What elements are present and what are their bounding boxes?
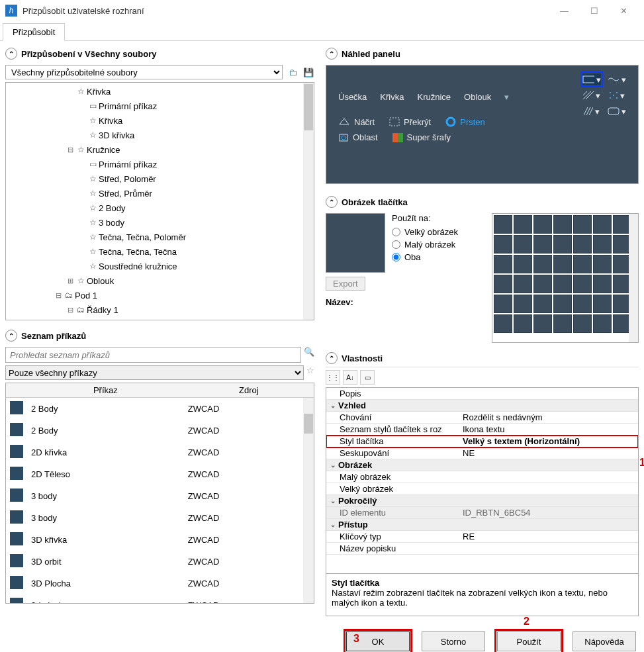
collapse-icon[interactable]: ⌃	[326, 196, 338, 208]
maximize-button[interactable]: ☐	[579, 1, 609, 21]
command-row[interactable]: 3D křivkaZWCAD	[6, 529, 314, 551]
minimize-button[interactable]: —	[549, 1, 579, 21]
ribbon-super-srafy[interactable]: Super šrafy	[392, 132, 451, 142]
radio-both[interactable]: Oba	[392, 251, 458, 263]
tree-node[interactable]: ☆Soustředné kružnice	[6, 259, 314, 273]
icon-cell[interactable]	[494, 235, 512, 254]
command-row[interactable]: 3d plochyZWCAD	[6, 594, 314, 604]
icon-cell[interactable]	[553, 314, 572, 333]
prop-sort-icon[interactable]: ▭	[360, 370, 375, 385]
icon-cell[interactable]	[573, 215, 592, 234]
command-row[interactable]: 3D orbitZWCAD	[6, 551, 314, 573]
icon-cell[interactable]	[514, 255, 532, 273]
ribbon-tab-kruznice[interactable]: Kružnice	[417, 92, 451, 102]
tree-node[interactable]: ☆Střed, Poloměr	[6, 171, 314, 186]
close-button[interactable]: ✕	[609, 1, 639, 21]
icon-cell[interactable]	[573, 255, 592, 273]
open-folder-icon[interactable]: 🗀	[287, 66, 299, 78]
icon-cell[interactable]	[593, 235, 612, 254]
icon-cell[interactable]	[514, 235, 532, 254]
ribbon-prekryt[interactable]: Překrýt	[389, 117, 431, 127]
icon-cell[interactable]	[533, 314, 552, 333]
command-row[interactable]: 3 bodyZWCAD	[6, 485, 314, 507]
collapse-icon[interactable]: ⌃	[5, 330, 17, 342]
tree-node[interactable]: ☆Křivka	[6, 113, 314, 128]
star-icon[interactable]: ☆	[306, 365, 314, 380]
icon-cell[interactable]	[573, 295, 592, 313]
collapse-icon[interactable]: ⌃	[326, 352, 338, 364]
ribbon-nacrt[interactable]: Náčrt	[338, 117, 375, 127]
icon-cell[interactable]	[533, 295, 552, 313]
icon-palette[interactable]	[492, 213, 639, 343]
ribbon-oblast[interactable]: Oblast	[338, 132, 378, 142]
tree-node[interactable]: ⊟🗂Řádky 1	[6, 303, 314, 317]
icon-cell[interactable]	[494, 275, 512, 293]
icon-cell[interactable]	[494, 314, 512, 333]
search-icon[interactable]: 🔍	[304, 347, 314, 363]
tree-node[interactable]: ▭Primární příkaz	[6, 99, 314, 113]
command-row[interactable]: 3D PlochaZWCAD	[6, 573, 314, 594]
icon-cell[interactable]	[514, 295, 532, 313]
cmdlist-scrollbar[interactable]	[303, 398, 314, 603]
icon-cell[interactable]	[593, 295, 612, 313]
ribbon-tab-oblouk[interactable]: Oblouk	[464, 92, 491, 102]
prop-categorized-icon[interactable]: ⋮⋮	[326, 370, 340, 385]
icon-cell[interactable]	[593, 275, 612, 293]
icon-cell[interactable]	[514, 215, 532, 234]
icon-cell[interactable]	[494, 255, 512, 273]
icon-cell[interactable]	[553, 235, 572, 254]
ribbon-wave-icon[interactable]: ▾	[608, 73, 626, 85]
icon-cell[interactable]	[514, 314, 532, 333]
col-source[interactable]: Zdroj	[184, 383, 314, 398]
icon-cell[interactable]	[514, 275, 532, 293]
icon-cell[interactable]	[553, 255, 572, 273]
tree-scrollbar[interactable]	[303, 83, 314, 320]
command-table[interactable]: Příkaz Zdroj 2 BodyZWCAD2 BodyZWCAD2D kř…	[6, 383, 314, 604]
icon-cell[interactable]	[494, 215, 512, 234]
prop-alpha-icon[interactable]: A↓	[343, 370, 357, 385]
ribbon-tab-usecka[interactable]: Úsečka	[338, 92, 367, 102]
tree-node[interactable]: ⊞☆Obdélník	[6, 317, 314, 320]
command-search-input[interactable]	[5, 347, 301, 363]
icon-cell[interactable]	[593, 215, 612, 234]
tree-node[interactable]: ☆3D křivka	[6, 128, 314, 142]
icon-cell[interactable]	[553, 295, 572, 313]
icon-cell[interactable]	[573, 314, 592, 333]
icon-cell[interactable]	[553, 275, 572, 293]
icon-cell[interactable]	[533, 275, 552, 293]
collapse-icon[interactable]: ⌃	[326, 48, 338, 60]
radio-small-image[interactable]: Malý obrázek	[392, 238, 458, 251]
icon-cell[interactable]	[553, 215, 572, 234]
ribbon-rect-icon[interactable]: ▾	[582, 73, 601, 85]
icon-cell[interactable]	[533, 255, 552, 273]
icon-palette-scrollbar[interactable]	[629, 214, 638, 342]
ribbon-tab-krivka[interactable]: Křivka	[380, 92, 404, 102]
command-row[interactable]: 2 BodyZWCAD	[6, 398, 314, 420]
command-row[interactable]: 2D křivkaZWCAD	[6, 442, 314, 463]
properties-grid[interactable]: Popis ⌄Vzhled ChováníRozdělit s nedávným…	[326, 387, 639, 574]
ribbon-dots-icon[interactable]: ▾	[608, 89, 626, 101]
icon-cell[interactable]	[593, 314, 612, 333]
save-icon[interactable]: 💾	[302, 66, 314, 78]
command-row[interactable]: 3 bodyZWCAD	[6, 507, 314, 529]
icon-cell[interactable]	[533, 215, 552, 234]
help-button[interactable]: Nápověda	[573, 631, 636, 651]
tree-node[interactable]: ⊞☆Oblouk	[6, 273, 314, 288]
tab-customize[interactable]: Přizpůsobit	[3, 23, 65, 41]
icon-cell[interactable]	[573, 275, 592, 293]
tree-node[interactable]: ☆2 Body	[6, 201, 314, 215]
icon-cell[interactable]	[494, 295, 512, 313]
file-filter-select[interactable]: Všechny přizpůsobitelné soubory	[5, 65, 283, 79]
ribbon-rrect-icon[interactable]: ▾	[608, 105, 626, 117]
tree-node[interactable]: ▭Primární příkaz	[6, 157, 314, 171]
icon-cell[interactable]	[593, 255, 612, 273]
tree-node[interactable]: ☆3 body	[6, 215, 314, 230]
icon-cell[interactable]	[533, 235, 552, 254]
ribbon-prsten[interactable]: Prsten	[445, 116, 485, 127]
command-row[interactable]: 2D TělesoZWCAD	[6, 463, 314, 485]
tree-node[interactable]: ⊟🗂Pod 1	[6, 288, 314, 303]
radio-big-image[interactable]: Velký obrázek	[392, 226, 458, 238]
customization-tree[interactable]: ☆Křivka▭Primární příkaz☆Křivka☆3D křivka…	[5, 82, 314, 320]
tree-node[interactable]: ☆Křivka	[6, 84, 314, 99]
apply-button[interactable]: Použít	[497, 631, 561, 651]
